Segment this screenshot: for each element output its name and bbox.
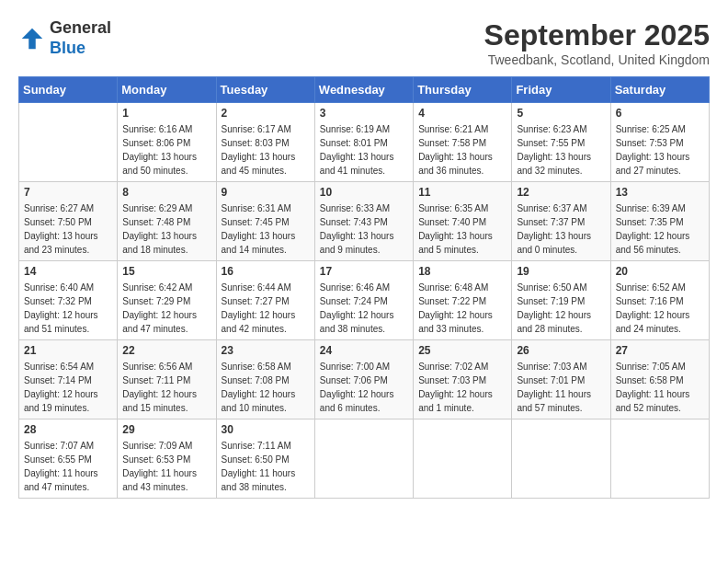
weekday-header: Thursday bbox=[414, 77, 512, 103]
day-number: 18 bbox=[418, 265, 506, 278]
day-info: Sunrise: 6:19 AM Sunset: 8:01 PM Dayligh… bbox=[320, 122, 408, 178]
weekday-header: Friday bbox=[512, 77, 610, 103]
svg-marker-0 bbox=[22, 28, 43, 49]
day-number: 12 bbox=[517, 186, 605, 199]
calendar-day-cell: 20 Sunrise: 6:52 AM Sunset: 7:16 PM Dayl… bbox=[610, 261, 709, 340]
calendar-day-cell: 4 Sunrise: 6:21 AM Sunset: 7:58 PM Dayli… bbox=[414, 103, 512, 182]
logo-icon bbox=[18, 25, 46, 52]
calendar-day-cell: 29 Sunrise: 7:09 AM Sunset: 6:53 PM Dayl… bbox=[118, 419, 216, 499]
calendar-day-cell: 25 Sunrise: 7:02 AM Sunset: 7:03 PM Dayl… bbox=[414, 340, 512, 419]
calendar-day-cell: 24 Sunrise: 7:00 AM Sunset: 7:06 PM Dayl… bbox=[314, 340, 413, 419]
day-info: Sunrise: 6:35 AM Sunset: 7:40 PM Dayligh… bbox=[418, 201, 506, 257]
calendar-day-cell: 6 Sunrise: 6:25 AM Sunset: 7:53 PM Dayli… bbox=[610, 103, 709, 182]
calendar-day-cell: 7 Sunrise: 6:27 AM Sunset: 7:50 PM Dayli… bbox=[19, 182, 118, 261]
day-info: Sunrise: 6:48 AM Sunset: 7:22 PM Dayligh… bbox=[418, 281, 506, 336]
day-number: 25 bbox=[418, 344, 506, 357]
day-info: Sunrise: 7:02 AM Sunset: 7:03 PM Dayligh… bbox=[418, 360, 506, 415]
weekday-header: Sunday bbox=[19, 77, 118, 103]
calendar-day-cell: 10 Sunrise: 6:33 AM Sunset: 7:43 PM Dayl… bbox=[314, 182, 413, 261]
day-number: 11 bbox=[418, 186, 506, 199]
day-number: 4 bbox=[418, 107, 506, 120]
day-number: 9 bbox=[222, 186, 310, 199]
day-number: 1 bbox=[122, 107, 210, 120]
day-number: 28 bbox=[24, 423, 112, 436]
day-number: 14 bbox=[24, 265, 112, 278]
day-info: Sunrise: 6:37 AM Sunset: 7:37 PM Dayligh… bbox=[517, 201, 605, 257]
weekday-header: Wednesday bbox=[314, 77, 413, 103]
calendar-day-cell bbox=[314, 419, 413, 499]
day-info: Sunrise: 6:39 AM Sunset: 7:35 PM Dayligh… bbox=[616, 201, 704, 257]
day-info: Sunrise: 6:25 AM Sunset: 7:53 PM Dayligh… bbox=[616, 122, 704, 178]
calendar-week-row: 21 Sunrise: 6:54 AM Sunset: 7:14 PM Dayl… bbox=[19, 340, 710, 419]
day-info: Sunrise: 6:54 AM Sunset: 7:14 PM Dayligh… bbox=[24, 360, 112, 415]
day-number: 29 bbox=[122, 423, 210, 436]
day-info: Sunrise: 6:17 AM Sunset: 8:03 PM Dayligh… bbox=[222, 122, 310, 178]
calendar-day-cell: 13 Sunrise: 6:39 AM Sunset: 7:35 PM Dayl… bbox=[610, 182, 709, 261]
day-info: Sunrise: 6:40 AM Sunset: 7:32 PM Dayligh… bbox=[24, 281, 112, 336]
day-info: Sunrise: 7:03 AM Sunset: 7:01 PM Dayligh… bbox=[517, 360, 605, 415]
location: Tweedbank, Scotland, United Kingdom bbox=[484, 52, 710, 67]
day-info: Sunrise: 6:50 AM Sunset: 7:19 PM Dayligh… bbox=[517, 281, 605, 336]
day-number: 26 bbox=[517, 344, 605, 357]
day-info: Sunrise: 6:56 AM Sunset: 7:11 PM Dayligh… bbox=[122, 360, 210, 415]
weekday-header: Tuesday bbox=[216, 77, 314, 103]
day-info: Sunrise: 6:33 AM Sunset: 7:43 PM Dayligh… bbox=[320, 201, 408, 257]
day-number: 17 bbox=[320, 265, 408, 278]
day-info: Sunrise: 7:11 AM Sunset: 6:50 PM Dayligh… bbox=[222, 439, 310, 494]
day-number: 6 bbox=[616, 107, 704, 120]
calendar-week-row: 7 Sunrise: 6:27 AM Sunset: 7:50 PM Dayli… bbox=[19, 182, 710, 261]
calendar-day-cell bbox=[610, 419, 709, 499]
day-number: 3 bbox=[320, 107, 408, 120]
day-info: Sunrise: 6:46 AM Sunset: 7:24 PM Dayligh… bbox=[320, 281, 408, 336]
day-number: 19 bbox=[517, 265, 605, 278]
day-number: 27 bbox=[616, 344, 704, 357]
day-number: 16 bbox=[222, 265, 310, 278]
day-info: Sunrise: 6:23 AM Sunset: 7:55 PM Dayligh… bbox=[517, 122, 605, 178]
day-info: Sunrise: 6:31 AM Sunset: 7:45 PM Dayligh… bbox=[222, 201, 310, 257]
calendar-day-cell: 1 Sunrise: 6:16 AM Sunset: 8:06 PM Dayli… bbox=[118, 103, 216, 182]
day-info: Sunrise: 7:05 AM Sunset: 6:58 PM Dayligh… bbox=[616, 360, 704, 415]
calendar-day-cell bbox=[19, 103, 118, 182]
day-info: Sunrise: 7:07 AM Sunset: 6:55 PM Dayligh… bbox=[24, 439, 112, 494]
day-number: 22 bbox=[122, 344, 210, 357]
weekday-header: Saturday bbox=[610, 77, 709, 103]
day-number: 15 bbox=[122, 265, 210, 278]
day-info: Sunrise: 7:09 AM Sunset: 6:53 PM Dayligh… bbox=[122, 439, 210, 494]
calendar-day-cell: 2 Sunrise: 6:17 AM Sunset: 8:03 PM Dayli… bbox=[216, 103, 314, 182]
calendar-day-cell: 22 Sunrise: 6:56 AM Sunset: 7:11 PM Dayl… bbox=[118, 340, 216, 419]
calendar-week-row: 1 Sunrise: 6:16 AM Sunset: 8:06 PM Dayli… bbox=[19, 103, 710, 182]
calendar-day-cell: 27 Sunrise: 7:05 AM Sunset: 6:58 PM Dayl… bbox=[610, 340, 709, 419]
day-info: Sunrise: 6:42 AM Sunset: 7:29 PM Dayligh… bbox=[122, 281, 210, 336]
month-year: September 2025 bbox=[484, 18, 710, 52]
logo-line2: Blue bbox=[50, 39, 111, 59]
day-number: 13 bbox=[616, 186, 704, 199]
calendar-day-cell: 28 Sunrise: 7:07 AM Sunset: 6:55 PM Dayl… bbox=[19, 419, 118, 499]
header: General Blue September 2025 Tweedbank, S… bbox=[18, 18, 710, 67]
calendar-day-cell: 15 Sunrise: 6:42 AM Sunset: 7:29 PM Dayl… bbox=[118, 261, 216, 340]
calendar-day-cell bbox=[414, 419, 512, 499]
calendar-day-cell: 19 Sunrise: 6:50 AM Sunset: 7:19 PM Dayl… bbox=[512, 261, 610, 340]
day-number: 5 bbox=[517, 107, 605, 120]
calendar-day-cell: 30 Sunrise: 7:11 AM Sunset: 6:50 PM Dayl… bbox=[216, 419, 314, 499]
day-number: 7 bbox=[24, 186, 112, 199]
day-info: Sunrise: 6:21 AM Sunset: 7:58 PM Dayligh… bbox=[418, 122, 506, 178]
calendar-day-cell: 8 Sunrise: 6:29 AM Sunset: 7:48 PM Dayli… bbox=[118, 182, 216, 261]
day-number: 20 bbox=[616, 265, 704, 278]
title-area: September 2025 Tweedbank, Scotland, Unit… bbox=[484, 18, 710, 67]
calendar-day-cell bbox=[512, 419, 610, 499]
calendar-day-cell: 17 Sunrise: 6:46 AM Sunset: 7:24 PM Dayl… bbox=[314, 261, 413, 340]
day-number: 23 bbox=[222, 344, 310, 357]
day-number: 2 bbox=[222, 107, 310, 120]
calendar-day-cell: 26 Sunrise: 7:03 AM Sunset: 7:01 PM Dayl… bbox=[512, 340, 610, 419]
day-info: Sunrise: 6:16 AM Sunset: 8:06 PM Dayligh… bbox=[122, 122, 210, 178]
calendar-day-cell: 12 Sunrise: 6:37 AM Sunset: 7:37 PM Dayl… bbox=[512, 182, 610, 261]
calendar-day-cell: 23 Sunrise: 6:58 AM Sunset: 7:08 PM Dayl… bbox=[216, 340, 314, 419]
logo-text: General Blue bbox=[50, 18, 111, 58]
calendar-day-cell: 3 Sunrise: 6:19 AM Sunset: 8:01 PM Dayli… bbox=[314, 103, 413, 182]
calendar-day-cell: 18 Sunrise: 6:48 AM Sunset: 7:22 PM Dayl… bbox=[414, 261, 512, 340]
calendar-day-cell: 11 Sunrise: 6:35 AM Sunset: 7:40 PM Dayl… bbox=[414, 182, 512, 261]
calendar: SundayMondayTuesdayWednesdayThursdayFrid… bbox=[18, 76, 710, 499]
day-info: Sunrise: 6:58 AM Sunset: 7:08 PM Dayligh… bbox=[222, 360, 310, 415]
calendar-day-cell: 14 Sunrise: 6:40 AM Sunset: 7:32 PM Dayl… bbox=[19, 261, 118, 340]
calendar-week-row: 14 Sunrise: 6:40 AM Sunset: 7:32 PM Dayl… bbox=[19, 261, 710, 340]
